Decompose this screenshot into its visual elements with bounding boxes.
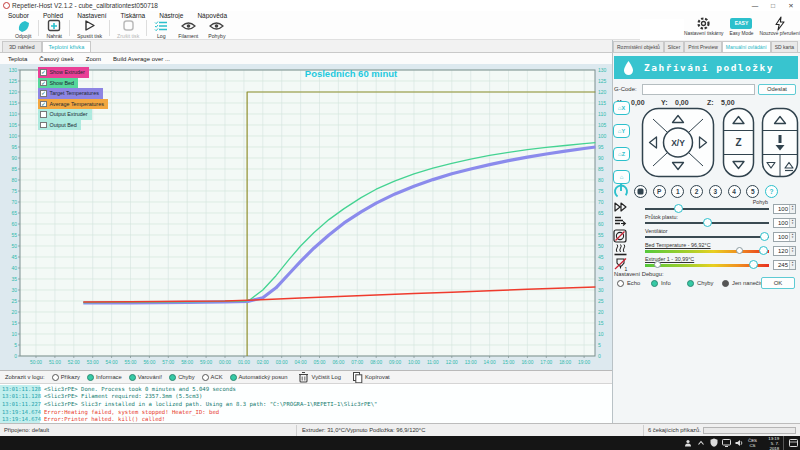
bed-temp-value-box[interactable]: 120▴▾ bbox=[773, 246, 796, 256]
home-all-button[interactable]: ⌂ bbox=[613, 170, 630, 184]
close-button[interactable]: ✕ bbox=[782, 0, 800, 11]
home-x-button[interactable]: ⌂X bbox=[613, 101, 630, 115]
menu-tiskarna[interactable]: Tiskárna bbox=[121, 12, 146, 19]
spinner-arrows-icon[interactable]: ▴▾ bbox=[789, 247, 795, 255]
toolbar-button-log[interactable]: Log bbox=[154, 19, 168, 39]
preset-button-2[interactable]: 2 bbox=[690, 185, 703, 198]
show-desktop-button[interactable] bbox=[783, 436, 786, 450]
checkbox-unchecked[interactable] bbox=[40, 122, 47, 129]
spinner-arrows-icon[interactable]: ▴▾ bbox=[789, 205, 795, 213]
toolbar-button-load[interactable]: Nahrát bbox=[46, 19, 62, 39]
checkbox-checked[interactable]: ✓ bbox=[40, 90, 47, 97]
extruder-temp-slider-handle[interactable] bbox=[654, 261, 661, 268]
fan-value-box[interactable]: 100▴▾ bbox=[773, 232, 796, 242]
ok-button[interactable]: OK bbox=[761, 277, 795, 289]
log-filter-varov-n-[interactable]: Varování! bbox=[129, 374, 162, 381]
feedrate-slider-track[interactable] bbox=[645, 208, 769, 210]
home-z-button[interactable]: ⌂Z bbox=[613, 147, 630, 161]
checkbox-checked[interactable]: ✓ bbox=[40, 101, 47, 108]
xy-jog-pad[interactable]: X/Y bbox=[641, 107, 715, 178]
legend-item-show-bed[interactable]: ✓Show Bed bbox=[38, 78, 78, 89]
menu-soubor[interactable]: Soubor bbox=[8, 12, 29, 19]
chart-menu--asov-sek[interactable]: Časový úsek bbox=[39, 56, 73, 62]
tab-teplotn-k-ivka[interactable]: Teplotní křivka bbox=[42, 41, 92, 52]
legend-item-average-temperatures[interactable]: ✓Average Temperatures bbox=[38, 99, 108, 110]
preset-button-p[interactable]: P bbox=[653, 185, 666, 198]
chart-menu-teplota[interactable]: Teplota bbox=[8, 56, 27, 62]
tab-3d-n-hled[interactable]: 3D náhled bbox=[2, 41, 42, 52]
legend-item-output-extruder[interactable]: Output Extruder bbox=[38, 109, 92, 120]
taskbar-clock[interactable]: 13:195. 7. 2018 bbox=[760, 436, 779, 450]
toolbar-button-connect[interactable]: Odpojit bbox=[15, 19, 31, 39]
debug-toggle-chyby[interactable] bbox=[687, 280, 694, 287]
debug-toggle-echo[interactable] bbox=[617, 280, 624, 287]
toolbar-button-easy-mode[interactable]: EASYEasy Mode bbox=[729, 17, 753, 40]
spinner-arrows-icon[interactable]: ▴▾ bbox=[789, 233, 795, 241]
spinner-arrows-icon[interactable]: ▴▾ bbox=[789, 261, 795, 269]
tray-network-icon[interactable] bbox=[720, 439, 733, 448]
maximize-button[interactable]: □ bbox=[764, 0, 782, 11]
tab-sd-karta[interactable]: SD karta bbox=[771, 41, 798, 52]
toolbar-button-eye[interactable]: Pohyby bbox=[208, 19, 225, 39]
power-button[interactable] bbox=[613, 183, 629, 199]
tab-slicer[interactable]: Slicer bbox=[664, 41, 685, 52]
debug-toggle-jen-nane-isto[interactable] bbox=[722, 280, 729, 287]
tab-print-preview[interactable]: Print Preview bbox=[684, 41, 721, 52]
tab-rozm-st-n-objekt-[interactable]: Rozmístění objektů bbox=[613, 41, 664, 52]
bed-temp-slider-handle[interactable] bbox=[736, 247, 743, 254]
tray-person-icon[interactable] bbox=[682, 439, 695, 448]
legend-item-target-temperatures[interactable]: ✓Target Temperatures bbox=[38, 88, 103, 99]
checkbox-checked[interactable]: ✓ bbox=[40, 69, 47, 76]
extruder-jog-pad[interactable] bbox=[761, 107, 799, 178]
toolbar-button-stop[interactable]: Zrušit tisk bbox=[117, 19, 139, 39]
minimize-button[interactable]: — bbox=[746, 0, 764, 11]
tab-manu-ln-ovl-d-n-[interactable]: Manuální ovládání bbox=[722, 41, 771, 52]
checkbox-checked[interactable]: ✓ bbox=[40, 80, 47, 87]
help-button[interactable]: ? bbox=[765, 185, 778, 198]
tray-volume-icon[interactable] bbox=[733, 439, 746, 448]
tray-chevron-up-icon[interactable] bbox=[695, 439, 708, 448]
checkbox-unchecked[interactable] bbox=[40, 111, 47, 118]
toolbar-button-eye[interactable]: Filament bbox=[178, 19, 198, 39]
tray-shield-icon[interactable] bbox=[708, 438, 721, 448]
log-output[interactable]: 13:01:11.128<Slic3rPE> Done. Process too… bbox=[0, 385, 612, 423]
flow-value-box[interactable]: 100▴▾ bbox=[773, 218, 796, 228]
menu-pohled[interactable]: Pohled bbox=[43, 12, 63, 19]
log-action-kop-rovat[interactable]: Kopírovat bbox=[352, 371, 390, 384]
flow-slider-handle[interactable] bbox=[703, 218, 712, 227]
preset-button-4[interactable]: 4 bbox=[728, 185, 741, 198]
chart-menu-build-average-over-[interactable]: Build Average over ... bbox=[113, 56, 170, 62]
preset-button-1[interactable]: 1 bbox=[671, 185, 684, 198]
extruder-temp-value-box[interactable]: 245▴▾ bbox=[773, 260, 796, 270]
motor-off-button[interactable] bbox=[634, 185, 647, 198]
feedrate-value-box[interactable]: 100▴▾ bbox=[773, 204, 796, 214]
toolbar-button-nouzov-p-eru-en-[interactable]: Nouzové přerušení bbox=[759, 17, 800, 40]
bed-temp-slider-handle[interactable] bbox=[759, 246, 768, 255]
toolbar-button-nastaven-tisk-rny[interactable]: Nastavení tiskárny bbox=[684, 17, 723, 40]
preset-button-5[interactable]: 5 bbox=[746, 185, 759, 198]
gcode-input[interactable] bbox=[642, 84, 755, 95]
z-jog-pad[interactable]: Z bbox=[722, 107, 755, 178]
debug-toggle-info[interactable] bbox=[651, 280, 658, 287]
log-filter-automatick-posun[interactable]: Automatický posun bbox=[230, 374, 288, 381]
send-button[interactable]: Odeslat bbox=[758, 84, 796, 95]
menu-napoveda[interactable]: Nápověda bbox=[197, 12, 227, 19]
log-filter-p-kazy[interactable]: Příkazy bbox=[52, 374, 80, 381]
log-filter-chyby[interactable]: Chyby bbox=[169, 374, 194, 381]
chart-menu-zoom[interactable]: Zoom bbox=[86, 56, 101, 62]
feedrate-slider-handle[interactable] bbox=[674, 204, 683, 213]
fan-slider-track[interactable] bbox=[645, 236, 769, 238]
preset-button-3[interactable]: 3 bbox=[709, 185, 722, 198]
menu-nastroje[interactable]: Nástroje bbox=[159, 12, 183, 19]
log-action-vy-istit-log[interactable]: Vyčistit Log bbox=[298, 371, 340, 384]
notification-icon[interactable] bbox=[787, 439, 800, 448]
legend-item-output-bed[interactable]: Output Bed bbox=[38, 120, 81, 131]
toolbar-button-play[interactable]: Spustit tisk bbox=[77, 19, 102, 39]
home-y-button[interactable]: ⌂Y bbox=[613, 124, 630, 138]
legend-item-show-extruder[interactable]: ✓Show Extruder bbox=[38, 67, 89, 78]
log-filter-ack[interactable]: ACK bbox=[202, 374, 223, 381]
log-filter-informace[interactable]: Informace bbox=[87, 374, 122, 381]
extruder-temp-slider-handle[interactable] bbox=[749, 260, 758, 269]
bed-temp-slider-track[interactable] bbox=[645, 250, 769, 253]
menu-nastaveni[interactable]: Nastavení bbox=[77, 12, 106, 19]
